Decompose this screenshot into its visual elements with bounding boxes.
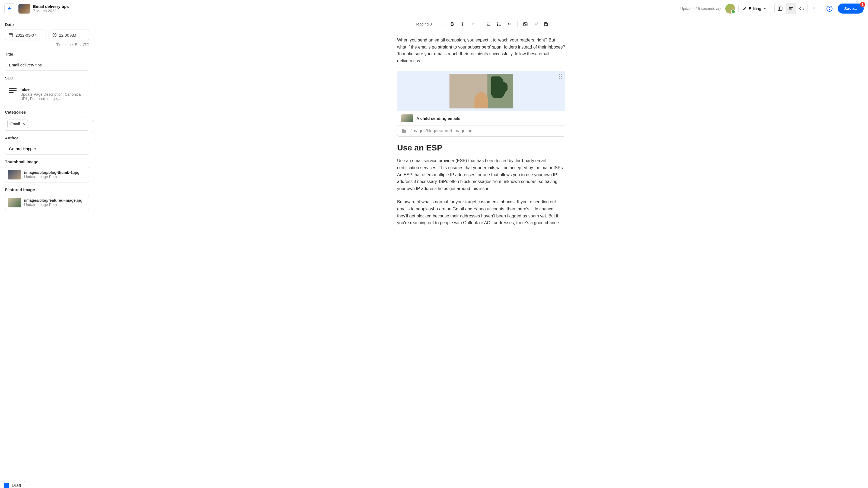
back-button[interactable]	[4, 3, 15, 14]
svg-point-6	[814, 8, 814, 9]
view-content-button[interactable]	[775, 3, 785, 14]
image-caption-thumb	[401, 115, 413, 122]
sidebar-collapse-button[interactable]	[92, 120, 94, 133]
chevron-down-icon	[763, 7, 767, 10]
svg-point-26	[497, 24, 498, 24]
paragraph[interactable]: Be aware of what's normal for your targe…	[397, 198, 565, 226]
remove-tag-button[interactable]: ×	[23, 122, 25, 126]
featured-image-box[interactable]: /images/blog/featured-image.jpg Update I…	[5, 195, 89, 210]
categories-field-label: Categories	[5, 110, 89, 115]
save-button[interactable]: Save... 1	[838, 3, 864, 13]
author-field-label: Author	[5, 135, 89, 140]
draft-tab[interactable]: Draft	[0, 481, 25, 488]
more-menu-button[interactable]	[811, 3, 817, 14]
draft-tab-label: Draft	[12, 483, 21, 488]
updated-label: Updated 16 seconds ago	[680, 6, 723, 11]
title-block: Email delivery tips 7 March 2022	[33, 4, 69, 13]
timezone-label: Timezone: Etc/UTC	[5, 42, 89, 47]
dots-vertical-icon	[812, 6, 816, 11]
quote-icon	[507, 22, 512, 27]
italic-button[interactable]: I	[458, 20, 467, 29]
user-avatar[interactable]	[725, 4, 735, 13]
seo-description: Update Page Description, Canonical URL, …	[20, 92, 85, 101]
date-input[interactable]: 2022-03-07	[5, 30, 46, 40]
title-input[interactable]	[5, 59, 89, 71]
seo-field-label: SEO	[5, 76, 89, 80]
svg-point-7	[814, 9, 814, 10]
bold-icon: B	[450, 22, 454, 27]
folder-icon	[401, 128, 407, 134]
paragraph[interactable]: When you send an email campaign, you exp…	[397, 37, 565, 64]
image-block[interactable]: A child sending emails /images/blog/feat…	[397, 71, 565, 137]
editor-content[interactable]: When you send an email campaign, you exp…	[94, 31, 868, 488]
time-input[interactable]: 12:00 AM	[49, 30, 90, 40]
image-path[interactable]: /images/blog/featured-image.jpg	[410, 129, 472, 133]
editor-toolbar: Heading 3 B I 123	[94, 18, 868, 31]
clear-format-icon	[470, 22, 475, 27]
category-tag-label: Email	[10, 122, 20, 126]
seo-box[interactable]: false Update Page Description, Canonical…	[5, 83, 89, 105]
featured-path: /images/blog/featured-image.jpg	[24, 198, 86, 202]
image-button[interactable]	[521, 20, 530, 29]
main-layout: Date 2022-03-07 12:00 AM Timezone: Etc/U…	[0, 18, 868, 488]
image-caption[interactable]: A child sending emails	[416, 116, 460, 121]
svg-point-5	[814, 7, 814, 8]
draft-tab-icon	[4, 483, 9, 488]
view-split-button[interactable]	[785, 3, 796, 14]
app-header: Email delivery tips 7 March 2022 Updated…	[0, 0, 868, 18]
thumbnail-image-box[interactable]: /images/blog/blog-thumb-1.jpg Update Ima…	[5, 167, 89, 183]
arrow-left-icon	[7, 6, 12, 11]
link-button[interactable]	[531, 20, 540, 29]
category-tag: Email ×	[7, 120, 28, 128]
featured-preview	[8, 198, 21, 207]
paragraph[interactable]: Use an email service provider (ESP) that…	[397, 157, 565, 192]
categories-input[interactable]: Email ×	[5, 117, 89, 131]
view-mode-group	[774, 3, 807, 14]
unordered-list-icon	[497, 22, 501, 27]
bold-button[interactable]: B	[447, 20, 457, 29]
clock-icon	[52, 33, 57, 37]
heading-3[interactable]: Use an ESP	[397, 143, 565, 152]
document-date: 7 March 2022	[33, 9, 69, 13]
document-title: Email delivery tips	[33, 4, 69, 9]
quote-button[interactable]	[505, 20, 514, 29]
date-field-label: Date	[5, 22, 89, 27]
unordered-list-button[interactable]	[495, 20, 504, 29]
document-thumbnail	[19, 4, 30, 13]
document-button[interactable]	[541, 20, 551, 29]
ordered-list-button[interactable]: 123	[484, 20, 493, 29]
seo-value: false	[20, 87, 85, 92]
image-icon	[523, 22, 528, 27]
text-lines-icon	[9, 88, 17, 93]
thumbnail-field-label: Thumbnail Image	[5, 159, 89, 164]
link-icon	[533, 22, 538, 27]
chevron-left-icon	[93, 126, 94, 128]
embedded-image	[450, 74, 513, 108]
heading-label: Heading 3	[414, 22, 432, 26]
author-input[interactable]	[5, 143, 89, 155]
svg-point-29	[524, 23, 525, 24]
clear-format-button[interactable]	[468, 20, 477, 29]
thumbnail-sub: Update Image Path	[24, 174, 86, 179]
sidebar: Date 2022-03-07 12:00 AM Timezone: Etc/U…	[0, 18, 94, 488]
code-icon	[799, 6, 805, 11]
editing-mode-button[interactable]: Editing	[738, 4, 771, 13]
svg-point-10	[829, 7, 830, 8]
title-field-label: Title	[5, 52, 89, 56]
calendar-icon	[8, 33, 13, 37]
save-badge: 1	[860, 2, 865, 7]
svg-rect-0	[778, 7, 782, 10]
image-preview-area	[397, 71, 565, 111]
editing-label: Editing	[749, 6, 762, 11]
svg-point-27	[497, 25, 498, 26]
thumbnail-path: /images/blog/blog-thumb-1.jpg	[24, 170, 86, 174]
drag-handle[interactable]	[559, 74, 562, 79]
panel-icon	[777, 6, 783, 11]
heading-select[interactable]: Heading 3	[412, 20, 446, 28]
info-button[interactable]	[825, 4, 834, 13]
thumbnail-preview	[8, 170, 21, 180]
divider	[821, 4, 822, 13]
chevron-down-icon	[440, 23, 444, 26]
document-icon	[544, 22, 549, 27]
view-code-button[interactable]	[796, 3, 807, 14]
